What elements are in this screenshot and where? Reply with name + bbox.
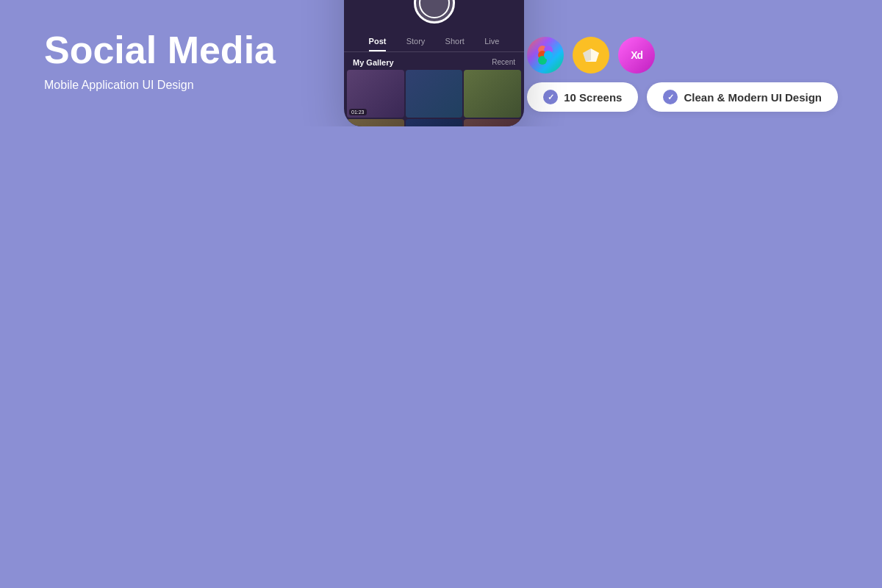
badge-design: ✓ Clean & Modern UI Design [647, 82, 838, 112]
hero-text: Social Media Mobile Application UI Desig… [44, 29, 276, 92]
gallery-thumb-2[interactable] [406, 70, 463, 118]
screen-camera: ← Create New Post ⚙ ↻ Flip ⚡ Flash Off [344, 0, 524, 126]
figma-icon [527, 37, 564, 74]
camera-tabs: Post Story Short Live [344, 32, 524, 52]
shutter-button[interactable] [414, 0, 455, 24]
badge-screens-label: 10 Screens [564, 91, 622, 104]
gallery-header: My Gallery Recent [344, 52, 524, 70]
gallery-thumb-6[interactable] [464, 119, 521, 126]
hero-title: Social Media [44, 29, 276, 71]
tab-story[interactable]: Story [406, 32, 426, 51]
tab-post[interactable]: Post [369, 32, 387, 51]
tab-live[interactable]: Live [484, 32, 499, 51]
check-icon-screens: ✓ [543, 90, 558, 104]
tool-icons: Xd [527, 37, 655, 74]
hero-right: Xd ✓ 10 Screens ✓ Clean & Modern UI Desi… [527, 29, 838, 112]
gallery-thumb-1[interactable]: 01:23 [347, 70, 404, 118]
thumb-time-1: 01:23 [349, 109, 367, 115]
gallery-thumb-3[interactable] [464, 70, 521, 118]
check-icon-design: ✓ [663, 90, 678, 104]
sketch-icon [573, 37, 609, 74]
badges: ✓ 10 Screens ✓ Clean & Modern UI Design [527, 82, 838, 112]
svg-point-4 [544, 51, 553, 60]
shutter-inner [419, 0, 450, 18]
svg-marker-6 [583, 49, 591, 62]
shutter-area [344, 0, 524, 32]
hero-subtitle: Mobile Application UI Design [44, 79, 276, 92]
gallery-thumb-5[interactable] [406, 119, 463, 126]
gallery-grid: 01:23 00:40 [344, 70, 524, 126]
badge-design-label: Clean & Modern UI Design [684, 91, 822, 104]
gallery-label: My Gallery [353, 58, 394, 67]
gallery-thumb-4[interactable]: 00:40 [347, 119, 404, 126]
tab-short[interactable]: Short [445, 32, 465, 51]
xd-icon: Xd [618, 37, 655, 74]
gallery-sort[interactable]: Recent [492, 58, 515, 67]
badge-screens: ✓ 10 Screens [527, 82, 638, 112]
